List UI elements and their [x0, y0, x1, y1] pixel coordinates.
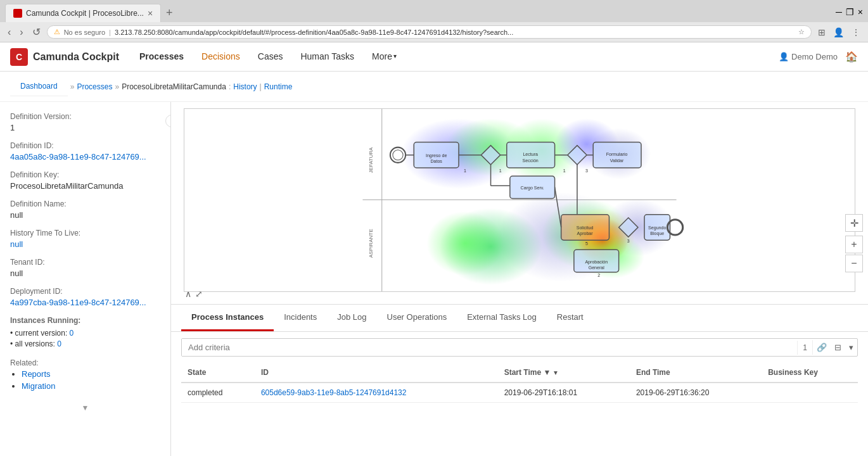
row-start-time: 2019-06-29T16:18:01	[498, 383, 630, 403]
minimize-button[interactable]: ─	[836, 7, 842, 17]
breadcrumb: Dashboard » Processes » ProcesoLibretaMi…	[0, 72, 868, 102]
instances-running-label: Instances Running:	[10, 316, 160, 325]
svg-text:Datos: Datos	[430, 159, 442, 163]
sidebar-scroll-down[interactable]: ▼	[10, 403, 160, 412]
zoom-out-button[interactable]: −	[845, 255, 863, 272]
header-right: 👤 Demo Demo 🏠	[779, 51, 858, 63]
collapse-button[interactable]: ∧	[185, 289, 191, 299]
fullscreen-button[interactable]: ⤢	[195, 289, 203, 299]
forward-button[interactable]: ›	[17, 25, 25, 39]
browser-actions: ⊞ 👤 ⋮	[815, 26, 863, 39]
breadcrumb-runtime[interactable]: Runtime	[264, 82, 293, 91]
pan-button[interactable]: ✛	[845, 214, 863, 232]
svg-text:JEFATURA: JEFATURA	[368, 147, 374, 173]
tab-title: Camunda Cockpit | ProcesoLibre...	[26, 9, 144, 18]
sidebar-definition-key-label: Definition Key:	[10, 170, 160, 179]
instances-running: Instances Running: • current version: 0 …	[10, 316, 160, 348]
breadcrumb-history[interactable]: History	[233, 82, 257, 91]
logo-icon: C	[10, 48, 28, 66]
sidebar: ‹ Definition Version: 1 Definition ID: 4…	[0, 102, 171, 456]
nav-cases[interactable]: Cases	[250, 42, 291, 72]
instances-all-value: 0	[57, 339, 61, 348]
breadcrumb-process-name: ProcesoLibretaMilitarCamunda	[122, 82, 226, 91]
zoom-in-button[interactable]: +	[845, 236, 863, 253]
sidebar-toggle[interactable]: ‹	[165, 115, 171, 127]
more-options-btn[interactable]: ⋮	[849, 26, 863, 39]
extensions-btn[interactable]: ⊞	[815, 26, 828, 39]
svg-point-17	[426, 212, 503, 276]
app-logo: C Camunda Cockpit	[10, 48, 119, 66]
breadcrumb-sep-4: |	[260, 82, 262, 91]
sidebar-definition-key-value: ProcesoLibretaMilitarCamunda	[10, 181, 160, 191]
search-input[interactable]	[182, 339, 797, 356]
search-link-icon[interactable]: 🔗	[812, 340, 831, 355]
app-header: C Camunda Cockpit Processes Decisions Ca…	[0, 42, 868, 72]
sidebar-tenant-id: Tenant ID: null	[10, 258, 160, 278]
migration-link[interactable]: Migration	[22, 381, 55, 391]
user-info[interactable]: 👤 Demo Demo	[779, 52, 838, 61]
diagram-zoom: ✛ + −	[845, 214, 863, 272]
row-id: 605d6e59-9ab3-11e9-8ab5-1247691d4132	[255, 383, 498, 403]
browser-tab[interactable]: Camunda Cockpit | ProcesoLibre... ×	[5, 4, 161, 22]
svg-text:Sección: Sección	[523, 158, 539, 163]
col-start-time[interactable]: Start Time ▼	[498, 363, 630, 383]
svg-text:Formulario: Formulario	[606, 152, 628, 156]
nav-human-tasks[interactable]: Human Tasks	[293, 42, 362, 72]
user-profile-btn[interactable]: 👤	[831, 26, 846, 39]
bookmark-icon[interactable]: ☆	[798, 28, 805, 36]
search-count: 1	[797, 341, 812, 355]
svg-text:General: General	[589, 265, 605, 270]
tab-process-instances[interactable]: Process Instances	[181, 305, 274, 331]
refresh-button[interactable]: ↺	[30, 25, 43, 39]
maximize-button[interactable]: ❐	[846, 7, 854, 17]
sidebar-related-reports: Reports	[22, 369, 160, 379]
address-bar[interactable]: ⚠ No es seguro | 3.213.78.250:8080/camun…	[47, 25, 812, 39]
close-window-button[interactable]: ×	[858, 7, 863, 17]
home-icon[interactable]: 🏠	[845, 51, 858, 63]
svg-text:ASPIRANTE: ASPIRANTE	[368, 229, 374, 258]
tab-incidents[interactable]: Incidents	[274, 305, 327, 331]
breadcrumb-dashboard[interactable]: Dashboard	[10, 77, 68, 96]
sidebar-definition-name-value: null	[10, 210, 160, 220]
svg-text:1: 1	[464, 168, 466, 173]
instances-current: • current version: 0	[10, 329, 160, 338]
search-more-icon[interactable]: ▾	[845, 340, 857, 355]
address-prefix: No es seguro	[64, 28, 105, 36]
tab-user-operations[interactable]: User Operations	[377, 305, 457, 331]
col-business-key: Business Key	[762, 363, 858, 383]
tab-external-tasks-log[interactable]: External Tasks Log	[457, 305, 547, 331]
sidebar-history-ttl-value[interactable]: null	[10, 239, 160, 249]
svg-text:5: 5	[585, 241, 588, 246]
svg-text:Aprobación: Aprobación	[585, 260, 608, 265]
diagram-container[interactable]: JEFATURA ASPIRANTE	[184, 108, 855, 292]
tab-close-btn[interactable]: ×	[148, 8, 153, 18]
sidebar-definition-id-value[interactable]: 4aa05a8c-9a98-11e9-8c47-124769...	[10, 152, 160, 162]
search-expand-icon[interactable]: ⊟	[831, 340, 845, 355]
tab-bar: Camunda Cockpit | ProcesoLibre... × + ─ …	[0, 0, 868, 22]
new-tab-button[interactable]: +	[161, 6, 178, 20]
sidebar-definition-version-label: Definition Version:	[10, 112, 160, 121]
breadcrumb-processes[interactable]: Processes	[77, 82, 112, 91]
nav-more[interactable]: More ▾	[364, 42, 404, 72]
sidebar-deployment-id-value[interactable]: 4a997cba-9a98-11e9-8c47-124769...	[10, 298, 160, 307]
sidebar-related-list: Reports Migration	[10, 369, 160, 391]
row-id-link[interactable]: 605d6e59-9ab3-11e9-8ab5-1247691d4132	[261, 388, 407, 397]
tab-job-log[interactable]: Job Log	[327, 305, 376, 331]
sidebar-definition-version-value: 1	[10, 123, 160, 132]
tab-restart[interactable]: Restart	[547, 305, 594, 331]
svg-text:Bloque: Bloque	[650, 231, 664, 236]
nav-decisions[interactable]: Decisions	[194, 42, 248, 72]
nav-processes[interactable]: Processes	[132, 42, 191, 72]
sidebar-definition-name-label: Definition Name:	[10, 200, 160, 208]
user-name: Demo Demo	[791, 52, 838, 61]
instances-all: • all versions: 0	[10, 339, 160, 348]
back-button[interactable]: ‹	[5, 25, 13, 39]
sidebar-definition-version: Definition Version: 1	[10, 112, 160, 132]
svg-text:Validar: Validar	[610, 158, 624, 163]
sidebar-related-label: Related:	[10, 358, 160, 367]
sidebar-definition-id: Definition ID: 4aa05a8c-9a98-11e9-8c47-1…	[10, 141, 160, 162]
instances-current-value: 0	[70, 329, 74, 338]
tab-favicon	[13, 9, 22, 18]
content-area: Time Period: Today ▾ Heatmap: on ×	[171, 102, 868, 456]
reports-link[interactable]: Reports	[22, 369, 51, 379]
